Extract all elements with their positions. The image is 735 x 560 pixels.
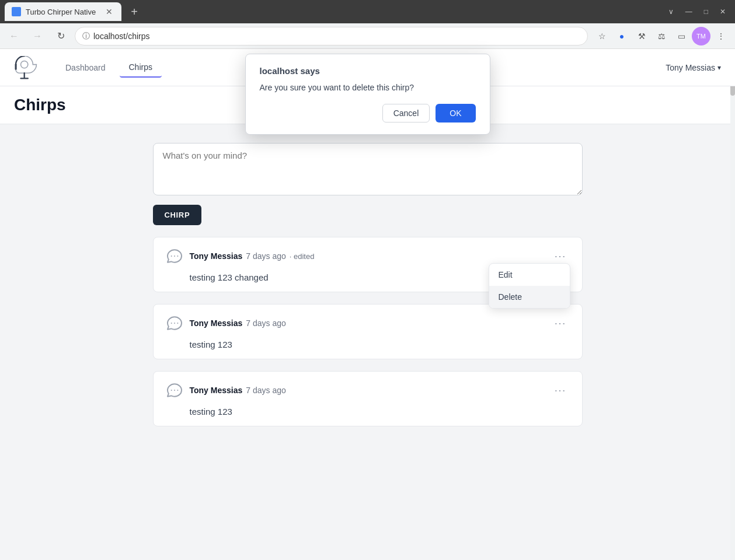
bookmark-icon[interactable]: ☆ <box>593 27 611 46</box>
window-restore-icon[interactable]: □ <box>699 5 713 18</box>
address-bar[interactable]: ⓘ localhost/chirps <box>75 27 588 46</box>
lock-icon: ⓘ <box>82 31 90 41</box>
password-manager-icon[interactable]: ● <box>612 27 631 46</box>
puzzle-icon[interactable]: ⚖ <box>652 27 671 46</box>
dialog-overlay: localhost says Are you sure you want to … <box>0 49 735 560</box>
split-icon[interactable]: ▭ <box>672 27 691 46</box>
tab-close-icon[interactable]: ✕ <box>104 6 114 17</box>
dialog-actions: Cancel OK <box>260 104 476 123</box>
dialog-ok-button[interactable]: OK <box>436 104 475 123</box>
window-expand-icon[interactable]: ∨ <box>664 5 678 18</box>
extensions-icon[interactable]: ⚒ <box>632 27 651 46</box>
toolbar-actions: ☆ ● ⚒ ⚖ ▭ TM ⋮ <box>593 27 730 46</box>
window-minimize-icon[interactable]: — <box>681 5 697 18</box>
forward-button[interactable]: → <box>28 27 47 46</box>
window-controls: ∨ — □ ✕ <box>664 5 730 18</box>
confirm-dialog: localhost says Are you sure you want to … <box>245 54 490 135</box>
address-text: localhost/chirps <box>93 32 150 41</box>
page-wrapper: Dashboard Chirps Tony Messias ▾ Chirps C… <box>0 49 735 560</box>
active-tab[interactable]: Turbo Chirper Native ✕ <box>5 2 121 21</box>
tab-bar: Turbo Chirper Native ✕ + ∨ — □ ✕ <box>0 0 735 23</box>
dialog-header: localhost says <box>260 66 476 76</box>
dialog-message: Are you sure you want to delete this chi… <box>260 83 476 92</box>
dialog-cancel-button[interactable]: Cancel <box>382 104 430 123</box>
window-close-icon[interactable]: ✕ <box>715 5 730 18</box>
tab-favicon <box>12 7 21 16</box>
menu-icon[interactable]: ⋮ <box>712 27 730 46</box>
reload-button[interactable]: ↻ <box>51 27 70 46</box>
avatar-icon[interactable]: TM <box>692 27 710 46</box>
browser-toolbar: ← → ↻ ⓘ localhost/chirps ☆ ● ⚒ ⚖ ▭ TM ⋮ <box>0 23 735 49</box>
new-tab-button[interactable]: + <box>126 4 142 20</box>
tab-title: Turbo Chirper Native <box>26 8 99 16</box>
back-button[interactable]: ← <box>5 27 23 46</box>
